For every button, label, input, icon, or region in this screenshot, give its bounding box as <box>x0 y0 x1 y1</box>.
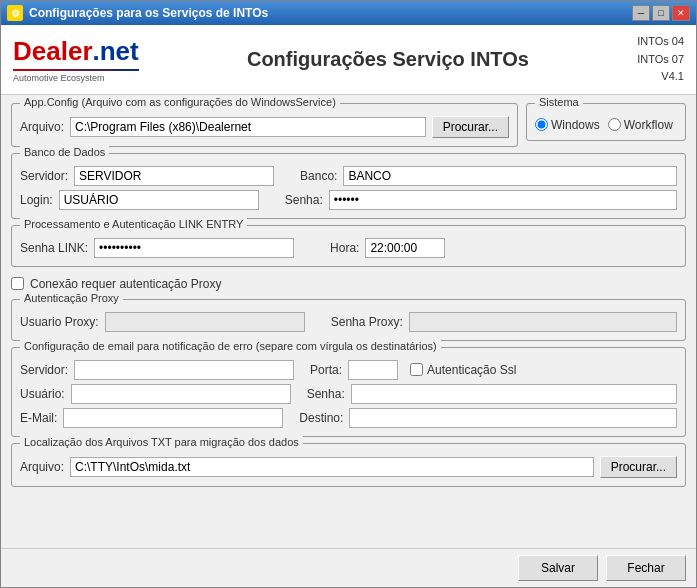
localizacao-arquivo-input[interactable] <box>70 457 594 477</box>
email-input[interactable] <box>63 408 283 428</box>
title-bar: ⚙ Configurações para os Serviços de INTO… <box>1 1 696 25</box>
servidor-input[interactable] <box>74 166 274 186</box>
hora-input[interactable] <box>365 238 445 258</box>
ssl-label: Autenticação Ssl <box>427 363 516 377</box>
destino-input[interactable] <box>349 408 677 428</box>
email-usuario-label: Usuário: <box>20 387 65 401</box>
senha-link-label: Senha LINK: <box>20 241 88 255</box>
ssl-checkbox[interactable] <box>410 363 423 376</box>
radio-workflow-input[interactable] <box>608 118 621 131</box>
logo: Dealer .net Automotive Ecosystem <box>13 36 139 83</box>
sistema-title: Sistema <box>535 96 583 108</box>
header: Dealer .net Automotive Ecosystem Configu… <box>1 25 696 95</box>
banco-label: Banco: <box>300 169 337 183</box>
logo-dotnet: .net <box>93 36 139 67</box>
login-label: Login: <box>20 193 53 207</box>
email-label: E-Mail: <box>20 411 57 425</box>
senha-proxy-label: Senha Proxy: <box>331 315 403 329</box>
info-line2: INTOs 07 <box>637 51 684 69</box>
radio-workflow[interactable]: Workflow <box>608 118 673 132</box>
top-row: App.Config (Arquivo com as configurações… <box>11 103 686 153</box>
destino-label: Destino: <box>299 411 343 425</box>
senha-db-label: Senha: <box>285 193 323 207</box>
banco-row1: Servidor: Banco: <box>20 166 677 186</box>
email-servidor-input[interactable] <box>74 360 294 380</box>
page-title: Configurações Serviço INTOs <box>139 48 637 71</box>
proxy-checkbox[interactable] <box>11 277 24 290</box>
arquivo-input[interactable] <box>70 117 426 137</box>
localizacao-arquivo-label: Arquivo: <box>20 460 64 474</box>
email-usuario-input[interactable] <box>71 384 291 404</box>
window-title: Configurações para os Serviços de INTOs <box>29 6 268 20</box>
procurar-button[interactable]: Procurar... <box>432 116 509 138</box>
localizacao-group: Localização dos Arquivos TXT para migraç… <box>11 443 686 487</box>
email-row1: Servidor: Porta: Autenticação Ssl <box>20 360 677 380</box>
title-bar-left: ⚙ Configurações para os Serviços de INTO… <box>7 5 268 21</box>
email-senha-label: Senha: <box>307 387 345 401</box>
app-icon: ⚙ <box>7 5 23 21</box>
senha-link-input[interactable] <box>94 238 294 258</box>
email-title: Configuração de email para notificação d… <box>20 340 441 352</box>
appconfig-group: App.Config (Arquivo com as configurações… <box>11 103 518 147</box>
porta-input[interactable] <box>348 360 398 380</box>
arquivo-row: Arquivo: Procurar... <box>20 116 509 138</box>
fechar-button[interactable]: Fechar <box>606 555 686 581</box>
maximize-button[interactable]: □ <box>652 5 670 21</box>
salvar-button[interactable]: Salvar <box>518 555 598 581</box>
banco-dados-title: Banco de Dados <box>20 146 109 158</box>
title-bar-buttons: ─ □ ✕ <box>632 5 690 21</box>
banco-input[interactable] <box>343 166 677 186</box>
processamento-group: Processamento e Autenticação LINK ENTRY … <box>11 225 686 267</box>
content-area: App.Config (Arquivo com as configurações… <box>1 95 696 548</box>
localizacao-row: Arquivo: Procurar... <box>20 456 677 478</box>
ssl-check: Autenticação Ssl <box>410 363 516 377</box>
processamento-title: Processamento e Autenticação LINK ENTRY <box>20 218 247 230</box>
close-button[interactable]: ✕ <box>672 5 690 21</box>
logo-subtitle: Automotive Ecosystem <box>13 73 139 83</box>
banco-dados-group: Banco de Dados Servidor: Banco: Login: S… <box>11 153 686 219</box>
senha-db-input[interactable] <box>329 190 677 210</box>
proxy-row: Usuario Proxy: Senha Proxy: <box>20 312 677 332</box>
info-line3: V4.1 <box>637 68 684 86</box>
arquivo-label: Arquivo: <box>20 120 64 134</box>
proxy-title: Autenticação Proxy <box>20 292 123 304</box>
radio-windows-label: Windows <box>551 118 600 132</box>
email-row2: Usuário: Senha: <box>20 384 677 404</box>
footer: Salvar Fechar <box>1 548 696 587</box>
radio-windows-input[interactable] <box>535 118 548 131</box>
proxy-check-label: Conexão requer autenticação Proxy <box>30 277 221 291</box>
email-row3: E-Mail: Destino: <box>20 408 677 428</box>
radio-group: Windows Workflow <box>535 118 677 132</box>
servidor-label: Servidor: <box>20 169 68 183</box>
proxy-group: Autenticação Proxy Usuario Proxy: Senha … <box>11 299 686 341</box>
localizacao-procurar-button[interactable]: Procurar... <box>600 456 677 478</box>
login-input[interactable] <box>59 190 259 210</box>
localizacao-title: Localização dos Arquivos TXT para migraç… <box>20 436 303 448</box>
main-window: ⚙ Configurações para os Serviços de INTO… <box>0 0 697 588</box>
info-line1: INTOs 04 <box>637 33 684 51</box>
usuario-proxy-input[interactable] <box>105 312 305 332</box>
hora-label: Hora: <box>330 241 359 255</box>
appconfig-title: App.Config (Arquivo com as configurações… <box>20 96 340 108</box>
senha-proxy-input[interactable] <box>409 312 677 332</box>
header-info: INTOs 04 INTOs 07 V4.1 <box>637 33 684 86</box>
porta-label: Porta: <box>310 363 342 377</box>
processamento-row: Senha LINK: Hora: <box>20 238 677 258</box>
email-servidor-label: Servidor: <box>20 363 68 377</box>
logo-dealer: Dealer <box>13 36 93 67</box>
sistema-group: Sistema Windows Workflow <box>526 103 686 141</box>
banco-row2: Login: Senha: <box>20 190 677 210</box>
radio-workflow-label: Workflow <box>624 118 673 132</box>
logo-line <box>13 69 139 71</box>
email-group: Configuração de email para notificação d… <box>11 347 686 437</box>
usuario-proxy-label: Usuario Proxy: <box>20 315 99 329</box>
minimize-button[interactable]: ─ <box>632 5 650 21</box>
email-senha-input[interactable] <box>351 384 677 404</box>
radio-windows[interactable]: Windows <box>535 118 600 132</box>
